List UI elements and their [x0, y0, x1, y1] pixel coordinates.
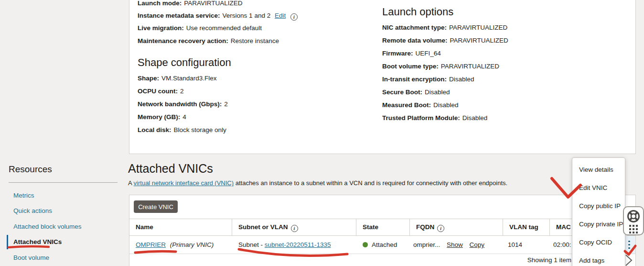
lifebuoy-icon[interactable]	[627, 210, 640, 223]
primary-vnic-note: (Primary VNIC)	[170, 241, 214, 248]
field-live-migration: Live migration:Use recommended default	[138, 24, 262, 32]
col-divider	[503, 219, 503, 235]
field-launch-mode: Launch mode:PARAVIRTUALIZED	[138, 0, 243, 7]
field-instance-metadata-service: Instance metadata service:Versions 1 and…	[138, 12, 298, 21]
vnic-row-fqdn-cell: omprier... Show Copy	[413, 241, 484, 248]
edit-metadata-link[interactable]: Edit	[275, 12, 286, 19]
state-label: Attached	[372, 241, 397, 248]
vnic-doc-link[interactable]: virtual network interface card (VNIC)	[134, 179, 234, 187]
resources-title: Resources	[9, 164, 52, 175]
info-icon[interactable]: i	[290, 13, 298, 21]
fqdn-show-link[interactable]: Show	[447, 241, 463, 248]
shape-configuration-title: Shape configuration	[138, 56, 231, 69]
menu-item-edit-vnic[interactable]: Edit VNIC	[572, 178, 625, 197]
floating-help-widget[interactable]	[623, 206, 644, 235]
vnic-row-subnet-cell: Subnet - subnet-20220511-1335	[238, 241, 331, 248]
menu-item-copy-private-ip[interactable]: Copy private IP	[572, 215, 625, 233]
field-secure-boot: Secure Boot:Disabled	[382, 89, 450, 96]
launch-options-title: Launch options	[382, 6, 453, 18]
sidebar-item-attached-block-volumes[interactable]: Attached block volumes	[13, 223, 82, 230]
field-network-bandwidth: Network bandwidth (Gbps):2	[138, 100, 228, 108]
row-context-menu: View details Edit VNIC Copy public IP Co…	[572, 157, 625, 266]
vnic-row-name-cell: OMPRIER (Primary VNIC)	[136, 241, 214, 248]
fqdn-value: omprier...	[413, 241, 440, 248]
sidebar-active-indicator	[7, 235, 8, 249]
table-header-bottom-border	[129, 235, 635, 236]
row-actions-highlight	[625, 236, 635, 254]
sidebar-item-quick-actions[interactable]: Quick actions	[13, 207, 52, 214]
sidebar-item-metrics[interactable]: Metrics	[13, 192, 34, 199]
table-row-border	[129, 254, 635, 254]
row-actions-kebab-icon[interactable]	[628, 239, 630, 251]
field-local-disk: Local disk:Block storage only	[138, 126, 226, 133]
field-measured-boot: Measured Boot:Disabled	[382, 101, 459, 109]
field-firmware: Firmware:UEFI_64	[382, 50, 441, 57]
fqdn-copy-link[interactable]: Copy	[470, 241, 485, 248]
resources-divider	[9, 182, 118, 183]
menu-item-copy-public-ip[interactable]: Copy public IP	[572, 197, 625, 215]
field-shape: Shape:VM.Standard3.Flex	[138, 75, 217, 82]
sidebar-item-attached-vnics[interactable]: Attached VNICs	[13, 238, 62, 245]
chevron-right-icon[interactable]	[624, 254, 634, 266]
field-in-transit-encryption: In-transit encryption:Disabled	[382, 76, 474, 83]
info-icon[interactable]: i	[437, 225, 444, 232]
create-vnic-button[interactable]: Create VNIC	[134, 200, 178, 213]
col-header-subnet[interactable]: Subnet or VLANi	[238, 223, 298, 232]
sidebar-red-underline	[9, 246, 49, 247]
state-attached-dot	[363, 242, 368, 247]
info-icon[interactable]: i	[291, 225, 298, 232]
menu-item-view-details[interactable]: View details	[572, 160, 625, 178]
table-footer-count: Showing 1 item	[526, 256, 571, 264]
vnic-name-link[interactable]: OMPRIER	[136, 241, 166, 248]
vnic-row-vlan-cell: 1014	[508, 241, 522, 248]
field-remote-data-volume: Remote data volume:PARAVIRTUALIZED	[382, 37, 508, 44]
col-divider	[549, 219, 550, 235]
field-nic-attachment: NIC attachment type:PARAVIRTUALIZED	[382, 24, 507, 31]
vnic-row-state-cell: Attached	[363, 241, 397, 248]
field-maintenance-recovery: Maintenance recovery action:Restore inst…	[138, 37, 279, 44]
attached-vnics-description: A virtual network interface card (VNIC) …	[128, 179, 507, 187]
col-header-vlan-tag[interactable]: VLAN tag	[509, 223, 538, 231]
vnic-row-mac-cell: 02:00:	[553, 241, 571, 248]
attached-vnics-title: Attached VNICs	[128, 162, 213, 176]
field-trusted-platform-module: Trusted Platform Module:Disabled	[382, 114, 487, 122]
menu-item-add-tags[interactable]: Add tags	[572, 251, 625, 266]
col-header-state[interactable]: State	[363, 223, 378, 231]
col-header-fqdn[interactable]: FQDNi	[416, 223, 444, 232]
col-divider	[409, 219, 410, 235]
field-boot-volume-type: Boot volume type:PARAVIRTUALIZED	[382, 63, 499, 70]
col-divider	[356, 219, 356, 235]
oci-instance-page: Launch mode:PARAVIRTUALIZED Instance met…	[0, 0, 644, 266]
col-header-name[interactable]: Name	[136, 223, 153, 231]
field-memory: Memory (GB):4	[138, 113, 186, 121]
col-divider	[232, 219, 232, 235]
sidebar-item-boot-volume[interactable]: Boot volume	[13, 254, 49, 261]
table-header-top-border	[129, 219, 635, 219]
subnet-link[interactable]: subnet-20220511-1335	[265, 241, 331, 248]
field-ocpu-count: OCPU count:2	[138, 88, 184, 95]
grid-menu-icon[interactable]	[629, 225, 638, 233]
menu-item-copy-ocid[interactable]: Copy OCID	[572, 233, 625, 251]
